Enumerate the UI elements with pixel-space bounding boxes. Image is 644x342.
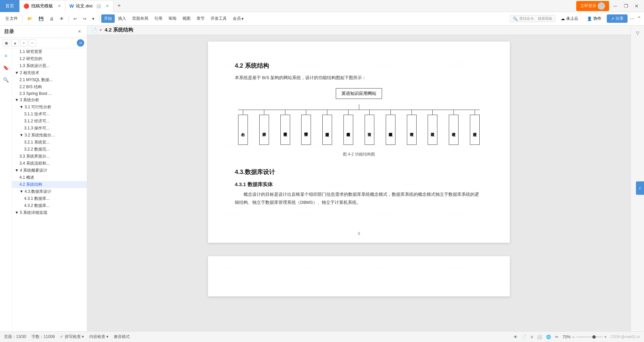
zoom-control: 70% ─ +	[562, 335, 607, 339]
cloud-button[interactable]: ☁未上云	[557, 14, 582, 23]
toc-item[interactable]: 2.3 Spring Boot ...	[12, 91, 87, 97]
view-icon-1[interactable]: 👁	[514, 335, 518, 339]
tab-template[interactable]: 🔴 找稿壳模板 ✕	[19, 0, 65, 12]
sidebar-close-icon[interactable]: ✕	[76, 28, 83, 35]
zoom-increase[interactable]: +	[604, 335, 607, 339]
org-child-wrapper: 我的收藏管理	[386, 110, 395, 145]
org-children-group: 个人中心 用户管理 在线学习管理	[235, 110, 483, 145]
view-icon-2[interactable]: 📄	[522, 335, 527, 339]
doc-tab-label: 论文.doc	[76, 3, 93, 9]
tab-home[interactable]: 首页	[0, 0, 19, 12]
tab-document[interactable]: W 论文.doc ⬜ ✕	[65, 0, 113, 12]
expand-down-button[interactable]: +	[20, 39, 28, 47]
nav-search-icon[interactable]: 🔍	[1, 75, 11, 84]
toolbar-view[interactable]: 视图	[180, 14, 193, 23]
new-tab-button[interactable]: +	[113, 2, 125, 9]
login-button[interactable]: 立即登录	[576, 1, 609, 11]
toolbar-save[interactable]: 💾	[36, 15, 46, 22]
toc-item[interactable]: ▼ 3.2 系统性能分...	[12, 132, 87, 139]
nav-bookmark-icon[interactable]: 🔖	[1, 63, 11, 72]
search-box[interactable]: 🔍 查找命令、搜索模板	[510, 15, 555, 22]
toc-item[interactable]: 1.2 研究目的	[12, 55, 87, 62]
toolbar-more[interactable]: ▾	[90, 15, 97, 22]
doc-pin-icon[interactable]: ⬜	[96, 4, 101, 8]
toc-item[interactable]: 3.1.1 技术可...	[12, 111, 87, 118]
toc-item[interactable]: 3.3 系统界面分...	[12, 153, 87, 160]
csdn-watermark: CSDN @code51.cn	[611, 335, 640, 339]
toolbar-preview[interactable]: 👁	[57, 15, 66, 22]
collab-button[interactable]: 👤协作	[584, 14, 605, 23]
toolbar-insert[interactable]: 插入	[115, 14, 129, 23]
toolbar-layout[interactable]: 页面布局	[129, 14, 151, 23]
expand-button[interactable]: ⌃	[637, 15, 641, 22]
toc-item[interactable]: 3.1.3 操作可...	[12, 125, 87, 132]
minimize-button[interactable]: ─	[610, 1, 620, 11]
toolbar-file[interactable]: ☰文件	[3, 14, 20, 23]
collapse-all-button[interactable]: ▣	[3, 39, 10, 47]
view-icon-6[interactable]: ✏	[555, 335, 558, 339]
content-check-toggle[interactable]: 内容检查 ▾	[89, 334, 108, 340]
close-button[interactable]: ✕	[632, 1, 641, 11]
view-icon-3[interactable]: ≡	[531, 335, 533, 339]
expand-all-button[interactable]: ─	[29, 39, 36, 47]
toc-item[interactable]: 1.1 研究背景	[12, 48, 87, 55]
toolbar-open[interactable]: 📂	[25, 15, 35, 22]
doc-toolbar-chevron[interactable]: ▾	[100, 27, 102, 33]
toolbar-chapter[interactable]: 章节	[194, 14, 207, 23]
toc-item[interactable]: ▼ 4 系统概要设计	[12, 167, 87, 174]
v-conn	[412, 110, 412, 115]
v-conn	[243, 110, 243, 115]
doc-page-2: code51.cn code51.cn code51.cn code51.cn	[208, 256, 510, 296]
toolbar-redo[interactable]: ↪	[80, 15, 89, 22]
toolbar-print[interactable]: 🖨	[47, 15, 56, 22]
zoom-slider[interactable]	[576, 336, 603, 338]
maximize-button[interactable]: ❐	[621, 1, 631, 11]
toc-item[interactable]: ▼ 2 相关技术	[12, 69, 87, 76]
view-icon-5[interactable]: 🌐	[546, 335, 551, 339]
org-child-wrapper: 在线学习管理	[280, 110, 290, 145]
more-options-button[interactable]: ⋯	[630, 15, 635, 22]
toc-item[interactable]: 4.3.2 数据库...	[12, 202, 87, 209]
org-child-12: 系统管理	[470, 115, 480, 145]
toolbar-reference[interactable]: 引用	[152, 14, 165, 23]
doc-scroll[interactable]: code51.cn code51.cn code51.cn code51.cn …	[87, 35, 631, 331]
spell-check-toggle[interactable]: ✓ 拼写检查 ▾	[60, 334, 84, 340]
org-child-wrapper: 用户管理	[259, 110, 269, 145]
toc-item[interactable]: 3.2.2 数据完...	[12, 146, 87, 153]
toc-item[interactable]: 2.2 B/S 结构	[12, 83, 87, 91]
zoom-decrease[interactable]: ─	[572, 335, 575, 339]
toc-item[interactable]: 3.1.2 经济可...	[12, 118, 87, 125]
section-431-heading: 4.3.1 数据库实体	[235, 181, 483, 188]
right-panel-filter[interactable]: ▽	[633, 28, 642, 38]
toc-item[interactable]: 1.3 系统设计思...	[12, 62, 87, 69]
toolbar-devtools[interactable]: 开发工具	[208, 14, 229, 23]
toc-item[interactable]: 3.2.1 系统安...	[12, 139, 87, 146]
template-tab-close[interactable]: ✕	[58, 4, 61, 8]
toolbar-start[interactable]: 开始	[101, 14, 115, 23]
view-icon-4[interactable]: ⬜	[537, 335, 542, 339]
toolbar-review[interactable]: 审阅	[166, 14, 179, 23]
share-button[interactable]: ↗分享	[607, 14, 628, 23]
toc-item[interactable]: ▼ 5 系统详细实现	[12, 209, 87, 216]
expand-up-button[interactable]: ▲	[11, 39, 19, 47]
toc-item[interactable]: 4.3.1 数据库...	[12, 195, 87, 202]
floating-expand-button[interactable]: ‹	[636, 181, 644, 195]
toc-item[interactable]: ▼ 3.1 可行性分析	[12, 104, 87, 111]
nav-toc-icon[interactable]: ≡	[1, 51, 11, 60]
toc-item[interactable]: 2.1 MYSQL 数据...	[12, 76, 87, 83]
watermark-layer-2: code51.cn code51.cn code51.cn code51.cn	[208, 256, 510, 296]
right-panel: ▽	[631, 25, 644, 331]
zoom-handle[interactable]	[592, 335, 596, 339]
toc-item[interactable]: ▼ 3 系统分析	[12, 97, 87, 104]
toc-item[interactable]: 3.4 系统流程和...	[12, 160, 87, 167]
toolbar-member[interactable]: 会员▾	[230, 14, 246, 23]
sync-button[interactable]: ↺	[77, 39, 84, 47]
sidebar: 目录 ✕ ▣ ▲ + ─ ↺ ≡ 🔖 🔍 1.1 研究背景1.2 研究目的1.3…	[0, 25, 87, 331]
toc-item[interactable]: 4.1 概述	[12, 174, 87, 181]
layout-label: 页面布局	[132, 16, 148, 21]
v-conn	[285, 110, 285, 115]
toolbar-undo[interactable]: ↩	[71, 15, 79, 22]
doc-tab-close[interactable]: ✕	[106, 4, 109, 8]
toc-item[interactable]: ▼ 4.3.数据库设计	[12, 188, 87, 195]
toc-item[interactable]: 4.2 系统结构	[12, 181, 87, 188]
